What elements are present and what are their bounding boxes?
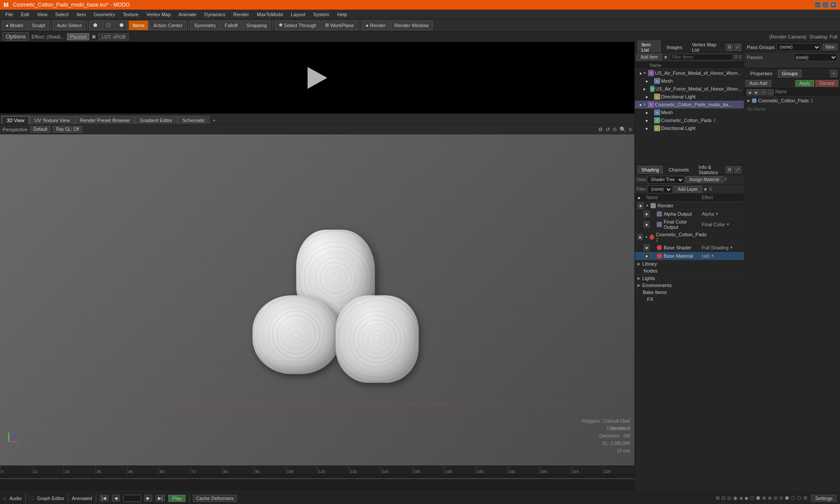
viewport-zoom-icon[interactable]: 🔍: [620, 126, 626, 133]
action-center-button[interactable]: Action Center: [149, 21, 186, 30]
select-through-button[interactable]: ✱ Select Through: [275, 21, 320, 30]
vis-eye-6[interactable]: ●: [645, 110, 648, 115]
viewport[interactable]: Perspective Default Ray GL: Off ⚙ ↺ ⊙ 🔍 …: [0, 125, 634, 466]
options-button[interactable]: Options: [3, 32, 29, 41]
sculpt-button[interactable]: Sculpt: [28, 21, 49, 30]
tree-item-6[interactable]: ● M Mesh: [635, 108, 744, 116]
shader-vis-render[interactable]: ●: [637, 203, 644, 209]
tab-shading[interactable]: Shading: [637, 166, 663, 174]
ray-gl-btn[interactable]: Ray GL: Off: [53, 126, 82, 133]
vis-eye-8[interactable]: ●: [645, 126, 648, 131]
vis-eye-1[interactable]: ●: [639, 71, 642, 76]
shader-vis-bmat[interactable]: ●: [644, 253, 650, 259]
groups-icon-remove[interactable]: -: [767, 89, 774, 95]
tree-arrow-5[interactable]: ▼: [643, 102, 647, 107]
filter-select[interactable]: (none): [648, 186, 672, 193]
shader-library-header[interactable]: ▶ Library: [635, 260, 744, 267]
vis-eye-2[interactable]: ●: [645, 79, 648, 84]
minimize-button[interactable]: ─: [815, 2, 821, 8]
symmetry-button[interactable]: Symmetry: [190, 21, 220, 30]
status-icon-2[interactable]: ⊡: [721, 495, 725, 501]
status-icon-1[interactable]: ⊞: [716, 495, 720, 501]
tree-item-2[interactable]: ● M Mesh: [635, 77, 744, 85]
shader-environments-header[interactable]: ▶ Environments: [635, 282, 744, 289]
shading-settings-icon[interactable]: ⚙: [726, 166, 733, 173]
tree-item-7[interactable]: ● O Cosmetic_Cotton_Pads 2: [635, 116, 744, 124]
workplane-button[interactable]: ⊞ WorkPlane: [321, 21, 358, 30]
tree-item-3[interactable]: ● O US_Air_Force_Medal_of_Honor_Worn...: [635, 85, 744, 93]
menu-select[interactable]: Select: [52, 11, 72, 18]
shader-vis-final[interactable]: ●: [644, 221, 650, 228]
auto-select-button[interactable]: Auto Select: [53, 21, 85, 30]
status-icon-5[interactable]: ◈: [739, 495, 743, 501]
shader-nodes[interactable]: Nodes: [635, 267, 744, 275]
menu-file[interactable]: File: [2, 11, 17, 18]
add-layer-arrow[interactable]: ▼: [703, 187, 708, 192]
pass-groups-select[interactable]: (none): [777, 43, 821, 51]
menu-edit[interactable]: Edit: [18, 11, 33, 18]
status-icon-7[interactable]: ⬡: [750, 495, 754, 501]
groups-item-cotton-pads[interactable]: ▶ Cosmetic_Cotton_Pads 3: [744, 97, 840, 105]
filter-items-input[interactable]: [669, 54, 733, 60]
shader-alpha-output[interactable]: ● Alpha Output Alpha ▼: [635, 210, 744, 218]
shader-fx-header[interactable]: FX: [635, 296, 744, 303]
animated-label[interactable]: Animated: [72, 496, 92, 501]
add-layer-button[interactable]: Add Layer: [674, 186, 702, 192]
groups-expand-arrow[interactable]: ▶: [747, 98, 750, 103]
panel-settings-icon[interactable]: ⚙: [726, 44, 733, 51]
apply-button[interactable]: Apply: [795, 80, 814, 87]
shader-render[interactable]: ● ▼ Render: [635, 202, 744, 210]
groups-icon-next[interactable]: ▶: [753, 89, 760, 95]
assign-material-button[interactable]: Assign Material: [686, 176, 723, 183]
status-icon-15[interactable]: ⬡: [797, 495, 802, 501]
menu-render[interactable]: Render: [230, 11, 252, 18]
new-pass-button[interactable]: New: [822, 44, 837, 50]
snapping-button[interactable]: Snapping: [242, 21, 271, 30]
menu-geometry[interactable]: Geometry: [90, 11, 118, 18]
item-list-tree[interactable]: ● ▼ S US_Air_Force_Medal_of_Honor_Worn..…: [635, 69, 744, 164]
tree-item-5[interactable]: ● ▼ S Cosmetic_Cotton_Pads_modo_ba...: [635, 101, 744, 108]
close-button[interactable]: ✕: [830, 2, 836, 8]
vis-eye-4[interactable]: ●: [645, 94, 648, 99]
tab-images[interactable]: Images: [662, 43, 686, 51]
tab-vertex-map-list[interactable]: Vertex Map List: [688, 41, 724, 54]
status-icon-11[interactable]: ⊘: [774, 495, 777, 501]
shader-vis-base[interactable]: ●: [644, 245, 650, 251]
menu-view[interactable]: View: [34, 11, 51, 18]
status-icon-12[interactable]: ⊙: [779, 495, 783, 501]
graph-editor-label[interactable]: Graph Editor: [37, 496, 64, 501]
frame-input[interactable]: 0: [123, 495, 141, 502]
groups-icon-add[interactable]: +: [760, 89, 766, 95]
menu-item[interactable]: Item: [73, 11, 89, 18]
tab-properties[interactable]: Properties: [746, 70, 776, 77]
add-item-button[interactable]: Add Item: [637, 54, 662, 60]
tree-arrow-1[interactable]: ▼: [643, 71, 647, 75]
shader-arrow-cotton[interactable]: ▼: [644, 235, 648, 239]
tab-item-list[interactable]: Item List: [637, 41, 661, 54]
menu-animate[interactable]: Animate: [175, 11, 200, 18]
shader-tree-select[interactable]: Shader Tree: [648, 176, 684, 184]
status-icon-14[interactable]: ⬠: [791, 495, 795, 501]
tab-uv-texture[interactable]: UV Texture View: [30, 116, 75, 124]
tree-item-4[interactable]: ● L Directional Light: [635, 93, 744, 101]
shader-cotton-pads[interactable]: ● ▼ Cosmetic_Cotton_Pads 2: [635, 231, 744, 244]
discard-button[interactable]: Discard: [816, 80, 838, 87]
add-tab-button[interactable]: +: [210, 116, 218, 124]
menu-layout[interactable]: Layout: [287, 11, 309, 18]
render-button[interactable]: ● Render: [362, 21, 390, 30]
tab-schematic[interactable]: Schematic: [178, 116, 210, 124]
edges-button[interactable]: ⬡: [102, 21, 115, 30]
falloff-button[interactable]: Falloff: [221, 21, 242, 30]
shader-arrow-render[interactable]: ▼: [645, 203, 649, 208]
model-button[interactable]: ● Model: [2, 21, 27, 30]
groups-icon-prev[interactable]: ◀: [746, 89, 752, 95]
menu-system[interactable]: System: [310, 11, 333, 18]
render-window-button[interactable]: Render Window: [391, 21, 433, 30]
auto-add-button[interactable]: Auto Add: [746, 80, 771, 87]
verts-button[interactable]: ⬟: [89, 21, 102, 30]
pause-icon[interactable]: ◼: [92, 34, 96, 39]
status-icon-16[interactable]: ⚙: [803, 495, 808, 501]
tab-gradient-editor[interactable]: Gradient Editor: [135, 116, 177, 124]
status-icon-6[interactable]: ◆: [745, 495, 748, 501]
tab-info-stats[interactable]: Info & Statistics: [695, 163, 724, 176]
